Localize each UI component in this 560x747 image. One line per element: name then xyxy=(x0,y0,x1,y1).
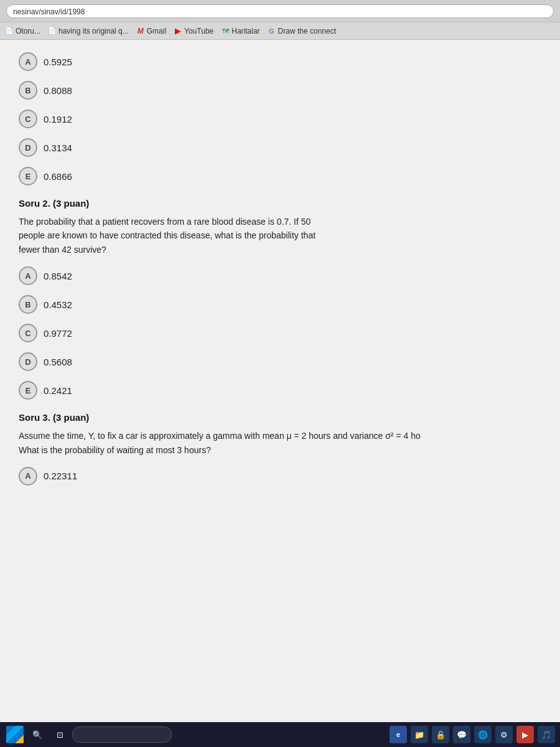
taskbar: 🔍 ⊡ e 📁 🔒 💬 🌐 ⚙ ▶ 🎵 xyxy=(0,722,560,747)
choice-value-2a: 0.8542 xyxy=(44,271,72,281)
choice-value-2c: 0.9772 xyxy=(44,328,72,339)
page-icon: 📄 xyxy=(5,27,14,35)
choice-circle-3a: A xyxy=(19,467,37,486)
choice-circle-2d: D xyxy=(19,352,37,371)
choice-circle-b: B xyxy=(19,81,37,100)
choice-value-1b: 0.8088 xyxy=(44,85,72,96)
bookmark-youtube[interactable]: ▶ YouTube xyxy=(174,27,213,35)
choice-circle-e: E xyxy=(19,167,37,186)
bookmark-gmail[interactable]: M Gmail xyxy=(136,27,166,35)
question2-text: The probability that a patient recovers … xyxy=(19,215,541,256)
choice-circle-a: A xyxy=(19,52,37,71)
choice-circle-2a: A xyxy=(19,266,37,285)
choice-value-3a: 0.22311 xyxy=(44,471,77,481)
maps-icon: 🗺 xyxy=(221,27,230,35)
choice-2a[interactable]: A 0.8542 xyxy=(19,266,541,285)
question3-header: Soru 3. (3 puan) xyxy=(19,412,541,423)
content-area: A 0.5925 B 0.8088 C 0.1912 D 0.3134 E 0.… xyxy=(0,40,560,722)
taskbar-app-7[interactable]: ▶ xyxy=(516,726,534,743)
choice-value-2e: 0.2421 xyxy=(44,385,72,396)
taskbar-app-6[interactable]: ⚙ xyxy=(495,726,513,743)
choice-2b[interactable]: B 0.4532 xyxy=(19,295,541,314)
question2-header: Soru 2. (3 puan) xyxy=(19,198,541,209)
bookmark-otoru[interactable]: 📄 Otoru... xyxy=(5,27,40,35)
choice-2d[interactable]: D 0.5608 xyxy=(19,352,541,371)
task-view-button[interactable]: ⊡ xyxy=(50,725,70,745)
choice-1b[interactable]: B 0.8088 xyxy=(19,81,541,100)
taskbar-app-1[interactable]: e xyxy=(390,726,407,743)
choice-value-1a: 0.5925 xyxy=(44,57,72,67)
taskbar-search-box[interactable] xyxy=(72,726,172,743)
google-icon: G xyxy=(268,27,276,35)
windows-start-button[interactable] xyxy=(5,725,25,745)
taskbar-app-3[interactable]: 🔒 xyxy=(432,726,449,743)
choice-1a[interactable]: A 0.5925 xyxy=(19,52,541,71)
page-icon-2: 📄 xyxy=(48,27,57,35)
choice-circle-2b: B xyxy=(19,295,37,314)
taskbar-system-icons: e 📁 🔒 💬 🌐 ⚙ ▶ 🎵 xyxy=(390,726,555,743)
taskbar-app-4[interactable]: 💬 xyxy=(453,726,470,743)
choice-1d[interactable]: D 0.3134 xyxy=(19,138,541,157)
choice-circle-2c: C xyxy=(19,324,37,342)
choice-2c[interactable]: C 0.9772 xyxy=(19,324,541,342)
question3-section: Soru 3. (3 puan) Assume the time, Y, to … xyxy=(19,412,541,486)
choice-value-2d: 0.5608 xyxy=(44,357,72,367)
address-bar[interactable]: nesinav/sinav/id/1998 xyxy=(6,4,554,18)
choice-circle-2e: E xyxy=(19,381,37,400)
choice-circle-c: C xyxy=(19,110,37,128)
choice-circle-d: D xyxy=(19,138,37,157)
bookmarks-bar: 📄 Otoru... 📄 having its original q... M … xyxy=(0,22,560,40)
question1-choices: A 0.5925 B 0.8088 C 0.1912 D 0.3134 E 0.… xyxy=(19,52,541,186)
choice-1e[interactable]: E 0.6866 xyxy=(19,167,541,186)
search-button[interactable]: 🔍 xyxy=(27,725,47,745)
choice-value-1d: 0.3134 xyxy=(44,143,72,153)
youtube-icon: ▶ xyxy=(174,27,182,35)
windows-icon xyxy=(6,726,24,743)
taskbar-app-8[interactable]: 🎵 xyxy=(538,726,555,743)
taskbar-app-2[interactable]: 📁 xyxy=(411,726,428,743)
choice-value-2b: 0.4532 xyxy=(44,299,72,310)
question2-section: Soru 2. (3 puan) The probability that a … xyxy=(19,198,541,400)
bookmark-haritalar[interactable]: 🗺 Haritalar xyxy=(221,27,259,35)
choice-value-1c: 0.1912 xyxy=(44,114,72,125)
choice-1c[interactable]: C 0.1912 xyxy=(19,110,541,128)
browser-chrome: nesinav/sinav/id/1998 xyxy=(0,0,560,22)
bookmark-google[interactable]: G Draw the connect xyxy=(268,27,336,35)
bookmark-having[interactable]: 📄 having its original q... xyxy=(48,27,129,35)
gmail-icon: M xyxy=(136,27,145,35)
taskbar-app-5[interactable]: 🌐 xyxy=(474,726,492,743)
question3-text: Assume the time, Y, to fix a car is appr… xyxy=(19,429,541,457)
choice-3a[interactable]: A 0.22311 xyxy=(19,467,541,486)
choice-2e[interactable]: E 0.2421 xyxy=(19,381,541,400)
choice-value-1e: 0.6866 xyxy=(44,171,72,182)
